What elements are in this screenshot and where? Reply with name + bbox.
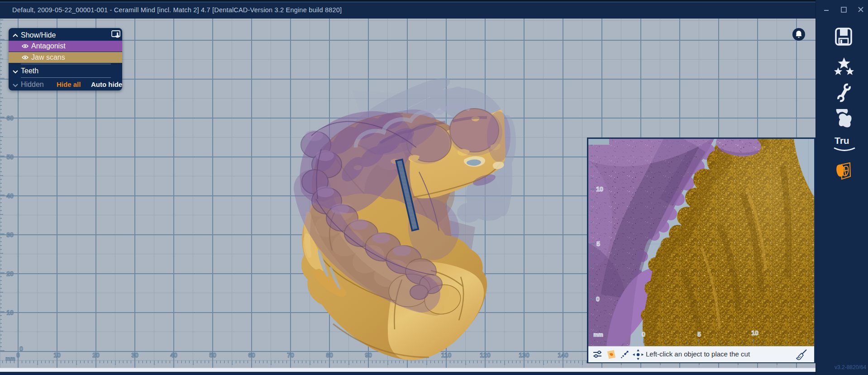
svg-text:0: 0 <box>642 331 645 338</box>
svg-text:5: 5 <box>596 240 600 247</box>
svg-text:5: 5 <box>697 331 701 338</box>
svg-text:0: 0 <box>596 295 600 303</box>
svg-text:10: 10 <box>596 185 603 193</box>
svg-text:10: 10 <box>751 329 758 337</box>
svg-text:mm: mm <box>593 332 603 338</box>
